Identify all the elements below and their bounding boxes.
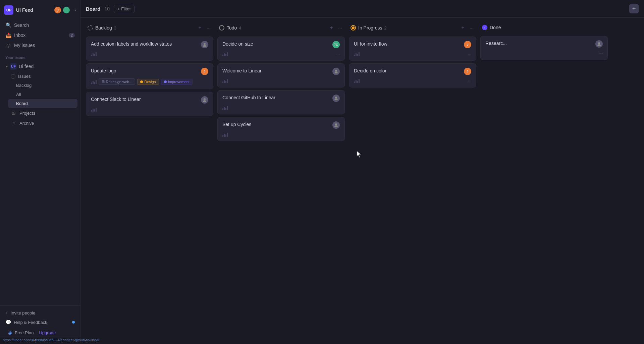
avatar xyxy=(595,40,603,48)
card-title: Update logo xyxy=(91,68,116,74)
avatar-group: J xyxy=(54,6,70,14)
avatar xyxy=(332,95,340,102)
card-footer: ⊞ Redesign web... Design Improvement xyxy=(91,78,208,85)
col-more-todo[interactable]: ··· xyxy=(337,24,343,31)
status-bar: https://linear.app/ui-feed/issue/UI-4/co… xyxy=(0,337,644,344)
sidebar: UF UI Feed J ▾ 🔍 Search 📥 Inbox 2 ◎ My i… xyxy=(0,0,80,344)
sidebar-item-projects[interactable]: ⊞ Projects xyxy=(8,108,77,118)
search-icon: 🔍 xyxy=(5,22,11,28)
board: Backlog 3 + ··· Add custom labels and wo… xyxy=(80,18,644,344)
status-backlog-icon xyxy=(87,25,93,31)
projects-icon: ⊞ xyxy=(11,110,17,116)
card-title: Welcome to Linear xyxy=(222,68,261,74)
status-url: https://linear.app/ui-feed/issue/UI-4/co… xyxy=(3,338,100,342)
card-done-1[interactable]: Researc... ··· xyxy=(480,36,608,60)
column-header-backlog: Backlog 3 + ··· xyxy=(86,23,213,34)
sidebar-item-search[interactable]: 🔍 Search xyxy=(3,20,77,30)
card-header: Decide on color J xyxy=(354,68,471,75)
svg-point-4 xyxy=(335,123,337,125)
inbox-badge: 2 xyxy=(69,33,75,38)
card-title: UI for invite flow xyxy=(354,41,387,48)
inbox-label: Inbox xyxy=(14,33,25,38)
card-more[interactable]: ··· xyxy=(468,52,471,56)
diamond-icon: ◈ xyxy=(8,330,12,336)
notification-dot xyxy=(72,321,75,324)
card-title: Set up Cycles xyxy=(222,121,251,128)
filter-label: + Filter xyxy=(117,6,131,11)
plan-label: Free Plan xyxy=(15,330,34,335)
invite-people-button[interactable]: + Invite people xyxy=(3,308,77,318)
card-todo-4[interactable]: Set up Cycles xyxy=(217,117,345,141)
card-todo-2[interactable]: Welcome to Linear xyxy=(217,63,345,88)
sidebar-item-board[interactable]: Board xyxy=(8,99,77,108)
workspace-name: UI Feed xyxy=(16,7,51,13)
sidebar-item-all[interactable]: All xyxy=(8,90,77,99)
col-more-backlog[interactable]: ··· xyxy=(205,24,212,31)
teams-section-label: Your teams xyxy=(0,52,80,61)
card-footer: ··· xyxy=(354,78,471,83)
priority-icon xyxy=(91,52,97,56)
card-ip-2[interactable]: Decide on color J ··· xyxy=(349,63,476,88)
upgrade-button[interactable]: Upgrade xyxy=(39,330,56,335)
team-icon: UF xyxy=(10,63,17,70)
priority-icon xyxy=(222,105,228,110)
tag-dot xyxy=(164,80,167,83)
workspace-header[interactable]: UF UI Feed J ▾ xyxy=(0,3,80,17)
card-todo-1[interactable]: Decide on size 7C ··· xyxy=(217,37,345,61)
archive-label: Archive xyxy=(19,121,34,126)
sidebar-item-issues[interactable]: Issues xyxy=(8,72,77,81)
column-header-done: ✓ Done xyxy=(480,23,608,33)
col-title-backlog: Backlog xyxy=(95,25,112,31)
sidebar-item-archive[interactable]: ≡ Archive xyxy=(8,118,77,128)
col-add-in-progress[interactable]: + xyxy=(460,24,466,31)
help-feedback-button[interactable]: 💬 Help & Feedback xyxy=(3,318,77,327)
col-add-todo[interactable]: + xyxy=(328,24,335,31)
avatar xyxy=(201,41,208,48)
card-footer: ··· xyxy=(485,51,603,56)
my-issues-label: My issues xyxy=(14,43,35,48)
card-footer xyxy=(222,105,340,110)
avatar: J xyxy=(464,41,471,48)
card-footer xyxy=(91,107,208,112)
avatar: J xyxy=(54,6,62,14)
avatar: 7C xyxy=(332,41,340,48)
column-in-progress: In Progress 2 + ··· UI for invite flow J… xyxy=(349,23,476,88)
svg-point-0 xyxy=(204,43,206,45)
col-count-backlog: 3 xyxy=(114,25,116,31)
svg-point-2 xyxy=(335,70,337,72)
column-done: ✓ Done Researc... ··· xyxy=(480,23,608,60)
add-issue-button[interactable]: + xyxy=(629,4,639,13)
team-header-ui-feed[interactable]: UF Ui feed xyxy=(3,61,77,72)
card-title: Decide on color xyxy=(354,68,386,74)
col-title-done: Done xyxy=(490,25,501,30)
card-backlog-1[interactable]: Add custom labels and workflow states xyxy=(86,37,213,61)
card-todo-3[interactable]: Connect GitHub to Linear xyxy=(217,90,345,114)
col-more-in-progress[interactable]: ··· xyxy=(468,24,475,31)
sidebar-item-inbox[interactable]: 📥 Inbox 2 xyxy=(3,30,77,40)
avatar xyxy=(201,96,208,104)
card-title: Researc... xyxy=(485,40,507,47)
priority-icon xyxy=(354,78,360,83)
sidebar-item-my-issues[interactable]: ◎ My issues xyxy=(3,40,77,50)
card-more[interactable]: ··· xyxy=(599,51,603,56)
col-count-todo: 4 xyxy=(239,25,241,31)
tag-design: Design xyxy=(137,79,159,85)
card-more[interactable]: ··· xyxy=(336,52,340,56)
card-backlog-2[interactable]: Update logo J ⊞ Redesign web... Design I… xyxy=(86,63,213,89)
status-done-icon: ✓ xyxy=(482,24,488,31)
priority-icon xyxy=(222,78,228,83)
help-icon: 💬 xyxy=(5,320,11,325)
card-backlog-3[interactable]: Connect Slack to Linear xyxy=(86,92,213,116)
card-ip-1[interactable]: UI for invite flow J ··· xyxy=(349,37,476,61)
status-todo-icon xyxy=(219,25,225,31)
col-count-in-progress: 2 xyxy=(384,25,387,31)
column-backlog: Backlog 3 + ··· Add custom labels and wo… xyxy=(86,23,213,116)
card-footer: ··· xyxy=(354,52,471,56)
my-issues-icon: ◎ xyxy=(5,42,11,48)
team-name: Ui feed xyxy=(19,64,34,69)
tag-redesign: ⊞ Redesign web... xyxy=(99,78,136,85)
filter-button[interactable]: + Filter xyxy=(114,5,135,13)
sidebar-item-backlog[interactable]: Backlog xyxy=(8,81,77,90)
card-more[interactable]: ··· xyxy=(468,78,471,83)
col-add-backlog[interactable]: + xyxy=(197,24,203,31)
